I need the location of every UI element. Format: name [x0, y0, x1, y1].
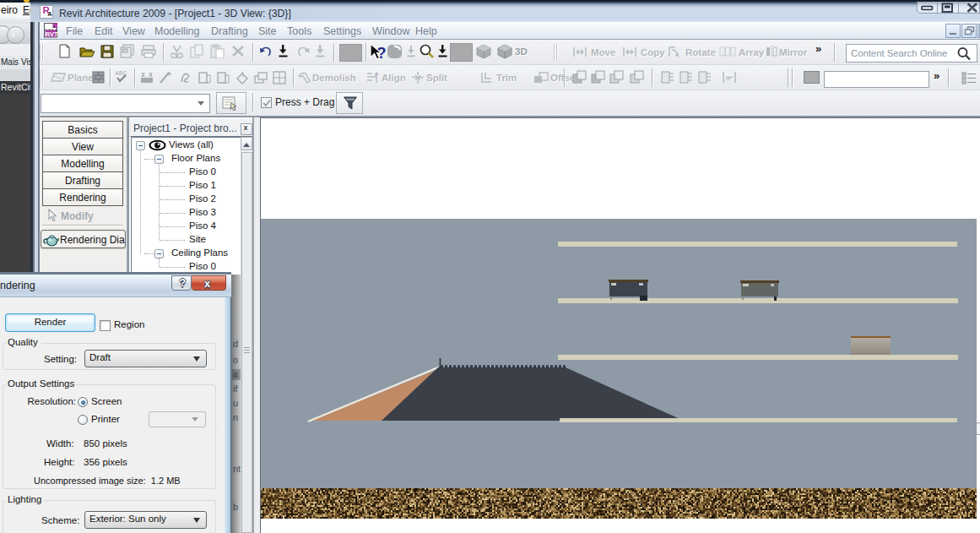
svg-text:RVT: RVT	[46, 30, 58, 38]
svg-text:a: a	[726, 74, 730, 82]
